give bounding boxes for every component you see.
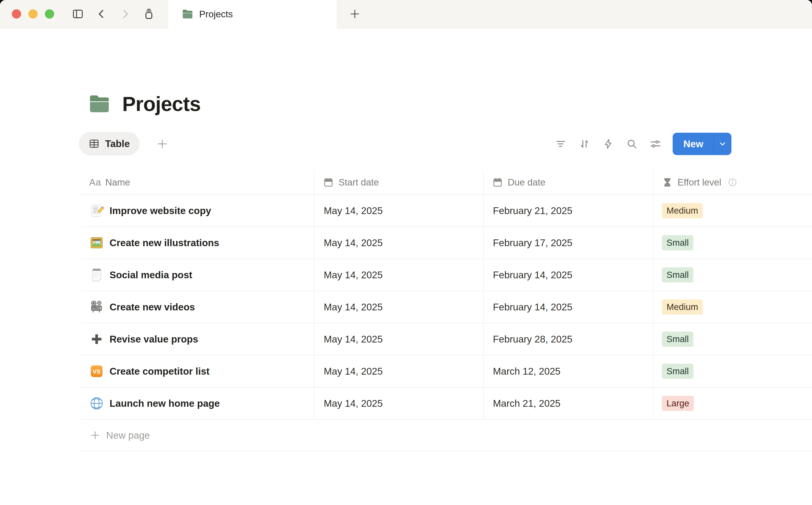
filter-icon[interactable] <box>555 138 567 150</box>
column-label: Effort level <box>678 177 721 188</box>
row-name: Create competitor list <box>110 365 210 377</box>
tab-label: Projects <box>199 9 233 19</box>
effort-badge: Large <box>662 396 694 411</box>
column-header-start-date[interactable]: Start date <box>314 170 484 194</box>
start-date-cell[interactable]: May 14, 2025 <box>314 355 484 387</box>
new-button[interactable]: New <box>673 133 731 155</box>
titlebar: Projects <box>0 0 812 28</box>
nav-icons <box>72 8 155 20</box>
effort-badge: Small <box>662 267 693 283</box>
view-actions <box>555 138 661 150</box>
page-title[interactable]: Projects <box>122 92 201 116</box>
info-icon[interactable] <box>728 177 737 187</box>
sidebar-toggle-icon[interactable] <box>72 8 84 20</box>
search-icon[interactable] <box>626 138 638 150</box>
calendar-icon <box>492 177 503 188</box>
row-name: Create new illustrations <box>110 237 219 248</box>
table-row[interactable]: Improve website copy May 14, 2025 Februa… <box>81 195 812 227</box>
page-folder-icon[interactable] <box>88 92 111 116</box>
traffic-lights <box>12 9 54 19</box>
plus-icon <box>90 430 101 441</box>
name-cell[interactable]: Improve website copy <box>81 195 314 226</box>
calendar-icon <box>323 177 334 188</box>
start-date-cell[interactable]: May 14, 2025 <box>314 387 484 419</box>
zoom-button[interactable] <box>45 9 54 19</box>
table-row[interactable]: Revise value props May 14, 2025 February… <box>81 323 812 355</box>
table-grid-icon <box>89 138 100 149</box>
titlebar-right <box>336 0 812 28</box>
effort-cell[interactable]: Small <box>653 259 812 291</box>
table-row[interactable]: Launch new home page May 14, 2025 March … <box>81 387 812 419</box>
table-row[interactable]: VS Create competitor list May 14, 2025 M… <box>81 355 812 387</box>
effort-cell[interactable]: Medium <box>653 291 812 323</box>
column-header-effort-level[interactable]: Effort level <box>653 170 812 194</box>
effort-badge: Small <box>662 332 693 347</box>
row-icon <box>90 332 104 346</box>
settings-icon[interactable] <box>650 138 661 150</box>
column-label: Name <box>105 177 130 188</box>
column-header-due-date[interactable]: Due date <box>484 170 653 194</box>
effort-badge: Small <box>662 364 693 379</box>
lightning-icon[interactable] <box>602 138 614 150</box>
start-date-cell[interactable]: May 14, 2025 <box>314 259 484 291</box>
app-window: Projects Projects Table New <box>0 0 812 505</box>
row-name: Revise value props <box>110 333 198 345</box>
start-date-cell[interactable]: May 14, 2025 <box>314 227 484 259</box>
table-header: Aa Name Start date Due date Effort level <box>81 170 812 195</box>
chevron-down-icon[interactable] <box>714 133 731 155</box>
table-row[interactable]: Social media post May 14, 2025 February … <box>81 259 812 291</box>
effort-cell[interactable]: Large <box>653 387 812 419</box>
view-controls: Table New <box>0 131 812 156</box>
column-label: Due date <box>508 177 546 188</box>
column-header-name[interactable]: Aa Name <box>81 170 314 194</box>
new-page-label: New page <box>106 430 150 441</box>
table-body: Improve website copy May 14, 2025 Februa… <box>0 195 812 419</box>
table-row[interactable]: Create new videos May 14, 2025 February … <box>81 291 812 323</box>
projects-table: Aa Name Start date Due date Effort level… <box>0 170 812 451</box>
forward-icon[interactable] <box>119 8 131 20</box>
name-cell[interactable]: Create new videos <box>81 291 314 323</box>
titlebar-left <box>0 0 168 28</box>
table-row[interactable]: Create new illustrations May 14, 2025 Fe… <box>81 227 812 259</box>
row-icon <box>90 300 104 314</box>
text-icon: Aa <box>90 177 101 188</box>
back-icon[interactable] <box>96 8 107 20</box>
minimize-button[interactable] <box>28 9 38 19</box>
due-date-cell[interactable]: February 28, 2025 <box>484 323 653 355</box>
column-label: Start date <box>339 177 379 188</box>
new-page-button[interactable]: New page <box>81 419 812 451</box>
tab-table-view[interactable]: Table <box>79 132 140 156</box>
row-icon <box>90 236 104 250</box>
start-date-cell[interactable]: May 14, 2025 <box>314 291 484 323</box>
due-date-cell[interactable]: February 17, 2025 <box>484 227 653 259</box>
start-date-cell[interactable]: May 14, 2025 <box>314 195 484 226</box>
effort-cell[interactable]: Small <box>653 323 812 355</box>
effort-badge: Small <box>662 235 693 250</box>
name-cell[interactable]: Create new illustrations <box>81 227 314 259</box>
start-date-cell[interactable]: May 14, 2025 <box>314 323 484 355</box>
new-tab-button[interactable] <box>349 8 361 20</box>
due-date-cell[interactable]: March 21, 2025 <box>484 387 653 419</box>
row-name: Social media post <box>110 269 192 281</box>
due-date-cell[interactable]: February 21, 2025 <box>484 195 653 226</box>
folder-icon <box>181 8 194 20</box>
effort-cell[interactable]: Small <box>653 355 812 387</box>
new-button-label[interactable]: New <box>673 133 713 155</box>
effort-badge: Medium <box>662 299 703 315</box>
view-label: Table <box>105 138 130 149</box>
history-icon[interactable] <box>143 8 155 20</box>
close-button[interactable] <box>12 9 21 19</box>
effort-cell[interactable]: Medium <box>653 195 812 226</box>
due-date-cell[interactable]: March 12, 2025 <box>484 355 653 387</box>
sort-icon[interactable] <box>578 138 590 150</box>
due-date-cell[interactable]: February 14, 2025 <box>484 259 653 291</box>
name-cell[interactable]: VS Create competitor list <box>81 355 314 387</box>
row-name: Create new videos <box>110 301 195 313</box>
add-view-button[interactable] <box>156 138 168 150</box>
effort-cell[interactable]: Small <box>653 227 812 259</box>
tab-projects[interactable]: Projects <box>168 0 336 28</box>
name-cell[interactable]: Social media post <box>81 259 314 291</box>
name-cell[interactable]: Launch new home page <box>81 387 314 419</box>
name-cell[interactable]: Revise value props <box>81 323 314 355</box>
due-date-cell[interactable]: February 14, 2025 <box>484 291 653 323</box>
